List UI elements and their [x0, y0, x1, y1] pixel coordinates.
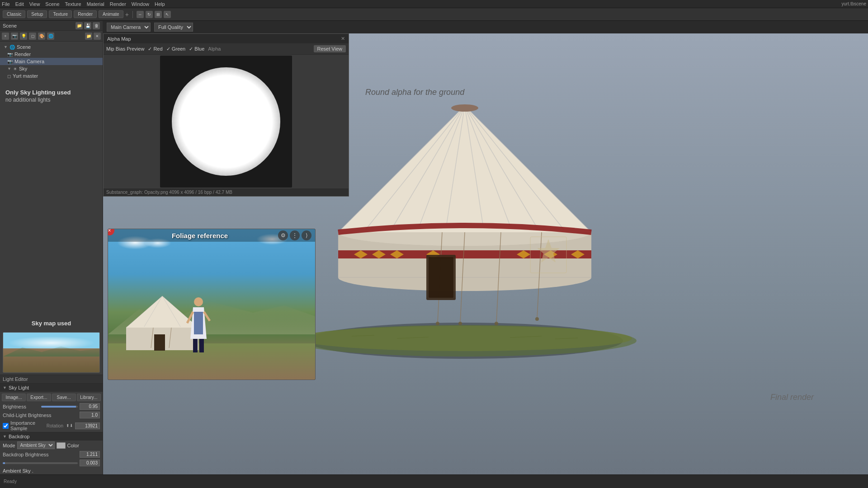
- svg-point-54: [194, 297, 203, 306]
- toolbar-icon-rotate[interactable]: ↻: [146, 11, 153, 18]
- toolbar-icon-select[interactable]: ↖: [164, 11, 171, 18]
- tab-classic[interactable]: Classic: [3, 10, 25, 18]
- menu-help[interactable]: Help: [155, 1, 165, 7]
- scene-tool-add[interactable]: +: [2, 33, 9, 40]
- backdrop-mode-select[interactable]: Ambient Sky: [17, 441, 55, 449]
- importance-sample-label: Importance Sample: [10, 420, 45, 431]
- menu-texture[interactable]: Texture: [65, 1, 81, 7]
- backdrop-color-swatch[interactable]: [57, 442, 66, 449]
- backdrop-arrow: ▼: [3, 434, 7, 439]
- svg-point-32: [458, 322, 462, 325]
- alpha-circle-shape: [172, 67, 280, 176]
- ambient-sky-label: Ambient Sky .: [3, 468, 33, 474]
- status-text: Ready: [4, 479, 17, 484]
- light-editor-label: Light Editor: [0, 375, 103, 383]
- sky-light-arrow: ▼: [3, 385, 7, 390]
- sky-light-save-btn[interactable]: Save...: [52, 394, 76, 401]
- channel-red-check[interactable]: ✓ Red: [148, 46, 162, 52]
- backdrop-sub-row: [0, 459, 103, 467]
- foliage-settings-btn[interactable]: ⚙: [278, 230, 288, 240]
- channel-blue-check[interactable]: ✓ Blue: [189, 46, 204, 52]
- backdrop-header[interactable]: ▼ Backdrop: [0, 432, 103, 441]
- menu-bar: File Edit View Scene Texture Material Re…: [0, 0, 868, 8]
- toolbar-extra[interactable]: +: [125, 11, 129, 18]
- svg-rect-36: [429, 257, 453, 298]
- scene-tool-folder[interactable]: 📁: [85, 33, 92, 40]
- tree-icon-render: 📷: [7, 52, 13, 57]
- quality-select[interactable]: Full Quality: [154, 23, 193, 32]
- menu-view[interactable]: View: [29, 1, 40, 7]
- menu-scene[interactable]: Scene: [45, 1, 59, 7]
- sky-map-label: Sky map used: [0, 320, 103, 327]
- tab-texture[interactable]: Texture: [49, 10, 72, 18]
- menu-edit[interactable]: Edit: [15, 1, 24, 7]
- tab-setup[interactable]: Setup: [27, 10, 47, 18]
- scene-tool-light[interactable]: 💡: [20, 33, 27, 40]
- scene-tool-geo[interactable]: ◻: [29, 33, 36, 40]
- tree-icon-camera: 📷: [7, 59, 13, 64]
- left-panel: Scene 📁 💾 🗑 + 📷 💡 ◻ 🎨 🌐 📁 ✕ ▼ 🌐: [0, 21, 103, 474]
- tab-animate[interactable]: Animate: [99, 10, 123, 18]
- brightness-input[interactable]: [80, 403, 100, 410]
- child-brightness-input[interactable]: [80, 412, 100, 418]
- brightness-slider[interactable]: [41, 406, 78, 408]
- tree-item-scene[interactable]: ▼ 🌐 Scene: [0, 43, 103, 51]
- scene-tool-env[interactable]: 🌐: [47, 33, 54, 40]
- scene-toolbar: + 📷 💡 ◻ 🎨 🌐 📁 ✕: [0, 31, 103, 42]
- backdrop-mode-label: Mode: [3, 443, 15, 448]
- toolbar-icon-move[interactable]: ↔: [137, 11, 144, 18]
- menu-render[interactable]: Render: [110, 1, 126, 7]
- alpha-map-close-btn[interactable]: ✕: [341, 36, 345, 42]
- reset-view-btn[interactable]: Reset View: [314, 45, 346, 52]
- foliage-expand-btn[interactable]: ⟩: [302, 230, 311, 240]
- foliage-menu-btn[interactable]: ⋮: [290, 230, 300, 240]
- sky-light-image-btn[interactable]: Image...: [2, 394, 26, 401]
- sky-light-header[interactable]: ▼ Sky Light: [0, 384, 103, 392]
- channel-alpha-label[interactable]: Alpha: [208, 46, 221, 52]
- backdrop-brightness-input[interactable]: [80, 451, 100, 458]
- alpha-preview-label: Mip Bias Preview: [106, 46, 144, 52]
- viewport-toolbar: Main Camera Full Quality: [103, 21, 868, 33]
- menu-file[interactable]: File: [2, 1, 10, 7]
- thumb-clouds: [8, 336, 95, 350]
- scene-new-icon[interactable]: 📁: [75, 22, 83, 29]
- sky-light-section: ▼ Sky Light Image... Export... Save... L…: [0, 383, 103, 432]
- svg-point-31: [436, 322, 439, 325]
- svg-rect-55: [194, 312, 203, 334]
- sky-light-export-btn[interactable]: Export...: [27, 394, 51, 401]
- svg-rect-51: [154, 334, 165, 351]
- sky-light-label: Sky Light: [9, 385, 29, 390]
- backdrop-brightness-label: Backdrop Brightness: [3, 452, 78, 457]
- menu-material[interactable]: Material: [87, 1, 104, 7]
- tree-item-sky[interactable]: ▼ ☀ Sky: [0, 65, 103, 72]
- scene-delete-icon[interactable]: 🗑: [93, 22, 100, 29]
- foliage-person-svg: [180, 294, 217, 357]
- menu-window[interactable]: Window: [132, 1, 149, 7]
- tree-item-camera[interactable]: 📷 Main Camera: [0, 58, 103, 65]
- tab-render[interactable]: Render: [74, 10, 97, 18]
- camera-select[interactable]: Main Camera: [107, 23, 151, 32]
- rotation-input[interactable]: [75, 422, 100, 429]
- scene-tree: ▼ 🌐 Scene 📷 Render 📷 Main Camera ▼ ☀ Sky…: [0, 42, 103, 81]
- sky-light-library-btn[interactable]: Library...: [77, 394, 101, 401]
- importance-sample-check[interactable]: [3, 423, 9, 429]
- scene-tool-trash[interactable]: ✕: [94, 33, 101, 40]
- backdrop-brightness-slider[interactable]: [3, 462, 78, 464]
- status-bar: Ready: [0, 474, 868, 488]
- tree-item-render[interactable]: 📷 Render: [0, 51, 103, 58]
- channel-green-check[interactable]: ✓ Green: [166, 46, 186, 52]
- scene-save-icon[interactable]: 💾: [84, 22, 91, 29]
- scene-tool-camera[interactable]: 📷: [11, 33, 18, 40]
- brightness-row: Brightness: [0, 402, 103, 411]
- sky-image-thumbnail[interactable]: [3, 332, 100, 373]
- alpha-map-preview: [160, 56, 292, 188]
- backdrop-sub-input[interactable]: [80, 460, 100, 466]
- tree-icon-scene: 🌐: [9, 45, 15, 50]
- scene-tool-mat[interactable]: 🎨: [38, 33, 45, 40]
- ambient-sky-row: Ambient Sky .: [0, 467, 103, 474]
- main-layout: Scene 📁 💾 🗑 + 📷 💡 ◻ 🎨 🌐 📁 ✕ ▼ 🌐: [0, 21, 868, 474]
- backdrop-label: Backdrop: [9, 434, 29, 439]
- tree-item-yurt[interactable]: ◻ Yurt master: [0, 72, 103, 80]
- toolbar-icon-scale[interactable]: ⊞: [155, 11, 162, 18]
- tree-label-render: Render: [14, 52, 31, 57]
